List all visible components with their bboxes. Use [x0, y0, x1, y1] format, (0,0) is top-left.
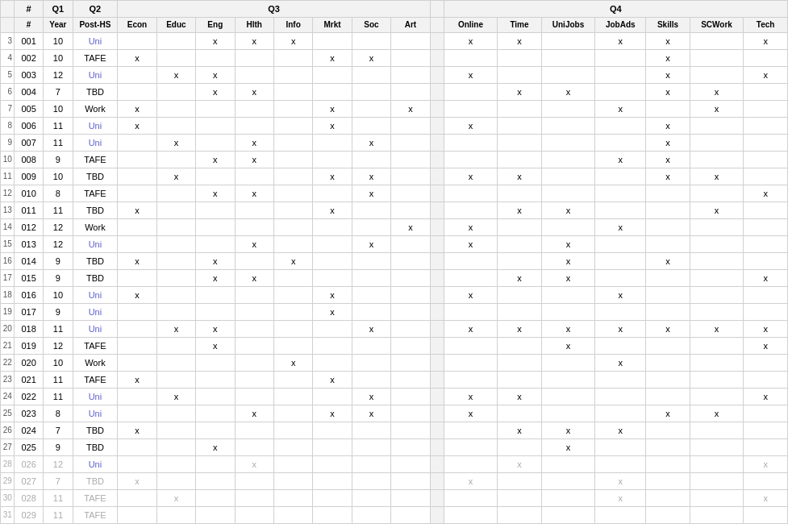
separator-cell [430, 33, 444, 50]
posths-cell: TAFE [73, 50, 118, 67]
q4-cell [541, 372, 595, 389]
q4-cell [595, 50, 646, 67]
id-cell: 006 [14, 118, 43, 135]
q4-cell: x [498, 321, 541, 338]
id-cell: 011 [14, 202, 43, 219]
q4-cell [541, 389, 595, 405]
q3-cell [118, 456, 156, 473]
year-cell: 7 [44, 422, 73, 439]
col-scwork: SCWork [690, 18, 744, 33]
q3-cell: x [196, 84, 235, 101]
q4-cell: x [646, 50, 690, 67]
q3-cell [156, 185, 195, 202]
row-number: 6 [1, 84, 15, 101]
q4-cell: x [444, 473, 498, 490]
q4-cell [444, 270, 498, 287]
q3-cell: x [313, 202, 352, 219]
q3-cell [235, 490, 273, 507]
q3-cell [235, 338, 273, 355]
q4-cell [744, 405, 788, 422]
separator-cell [430, 253, 444, 270]
q3-cell [273, 490, 312, 507]
q3-cell: x [313, 168, 352, 185]
q3-cell [196, 405, 235, 422]
row-number: 12 [1, 185, 15, 202]
q4-cell: x [690, 84, 744, 101]
q3-cell: x [196, 67, 235, 84]
q4-cell [690, 490, 744, 507]
q4-cell: x [690, 168, 744, 185]
q4-cell [498, 67, 541, 84]
q3-cell: x [118, 372, 156, 389]
year-cell: 10 [44, 101, 73, 118]
q4-cell: x [444, 168, 498, 185]
year-cell: 10 [44, 50, 73, 67]
q3-cell [196, 168, 235, 185]
q4-cell [498, 490, 541, 507]
q3-cell [118, 338, 156, 355]
q3-cell [118, 439, 156, 456]
q3-cell [273, 118, 312, 135]
id-cell: 019 [14, 338, 43, 355]
q4-cell: x [444, 405, 498, 422]
q4-cell [690, 67, 744, 84]
q4-header: Q4 [444, 1, 787, 18]
table-row: 400210TAFExxxx [1, 50, 788, 67]
q4-cell: x [541, 422, 595, 439]
q3-cell [196, 101, 235, 118]
table-row: 1401212Workxxx [1, 219, 788, 236]
q3-cell [156, 507, 195, 524]
q3-cell [273, 270, 312, 287]
q3-cell [235, 355, 273, 372]
separator-cell [430, 456, 444, 473]
separator-header [430, 1, 444, 18]
col-tech: Tech [744, 18, 788, 33]
q4-cell: x [744, 456, 788, 473]
posths-cell: TAFE [73, 338, 118, 355]
q3-cell: x [273, 253, 312, 270]
q4-cell [595, 253, 646, 270]
table-row: 2302111TAFExx [1, 372, 788, 389]
posths-cell: Uni [73, 321, 118, 338]
q4-cell: x [646, 67, 690, 84]
row-number: 21 [1, 338, 15, 355]
col-info: Info [273, 18, 312, 33]
q3-cell [273, 405, 312, 422]
table-row: 100089TAFExxxx [1, 152, 788, 168]
q3-cell [235, 287, 273, 304]
q4-cell: x [444, 321, 498, 338]
q3-cell [391, 389, 431, 405]
q3-cell [391, 168, 431, 185]
table-row: 3002811TAFExxx [1, 490, 788, 507]
separator-cell [430, 405, 444, 422]
posths-cell: Uni [73, 67, 118, 84]
q3-cell [235, 372, 273, 389]
q4-cell [541, 185, 595, 202]
q3-cell: x [196, 338, 235, 355]
year-cell: 11 [44, 202, 73, 219]
q4-cell [498, 135, 541, 152]
q3-cell [352, 202, 390, 219]
id-cell: 013 [14, 236, 43, 253]
q4-cell [541, 152, 595, 168]
q4-cell: x [498, 202, 541, 219]
table-row: 1801610Unixxxx [1, 287, 788, 304]
q3-cell [156, 236, 195, 253]
q3-cell [313, 338, 352, 355]
q3-cell [196, 355, 235, 372]
q4-cell [541, 67, 595, 84]
posths-cell: TAFE [73, 185, 118, 202]
q4-cell [690, 185, 744, 202]
table-row: 2202010Workxx [1, 355, 788, 372]
q4-cell [595, 270, 646, 287]
q4-cell [595, 439, 646, 456]
table-row: 1501312Unixxxx [1, 236, 788, 253]
q3-cell [118, 185, 156, 202]
q4-cell [498, 253, 541, 270]
q3-cell [313, 422, 352, 439]
q4-cell: x [744, 490, 788, 507]
separator-cell [430, 490, 444, 507]
table-row: 700510Workxxxxx [1, 101, 788, 118]
posths-cell: Uni [73, 389, 118, 405]
q4-cell: x [744, 185, 788, 202]
